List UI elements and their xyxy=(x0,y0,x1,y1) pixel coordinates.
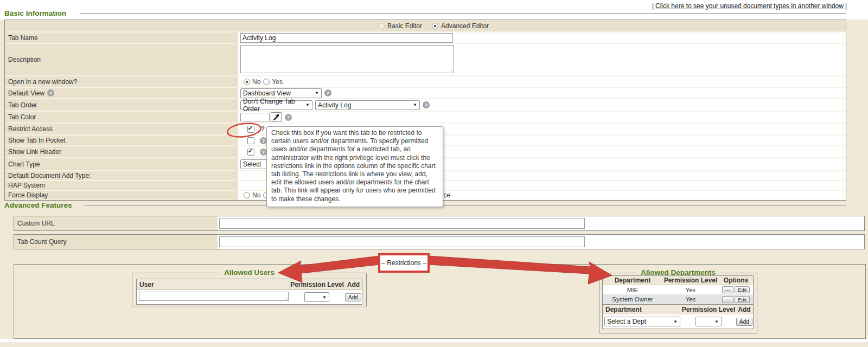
help-icon[interactable]: ? xyxy=(423,101,430,108)
tab-name-row: Tab Name xyxy=(5,33,846,43)
open-new-window-yes-radio[interactable] xyxy=(263,79,270,85)
permission-level-column-header: Permission Level xyxy=(681,306,736,313)
options-column-header: Options xyxy=(719,277,753,284)
tab-count-query-input[interactable] xyxy=(219,236,585,247)
chart-type-label: Chart Type xyxy=(8,160,40,168)
show-tab-in-pocket-label: Show Tab In Pocket xyxy=(8,137,66,144)
table-row: System Owner Yes — Edit xyxy=(603,294,753,304)
user-permission-select[interactable]: ▼ xyxy=(304,292,329,302)
dash-icon xyxy=(381,263,385,264)
force-display-no-label: No xyxy=(252,191,260,199)
allowed-users-table: User Permission Level Add ▼ Add xyxy=(136,279,362,305)
eyedropper-icon xyxy=(273,114,279,121)
default-view-select[interactable]: Dashboard View▼ xyxy=(240,88,322,98)
help-icon[interactable]: ? xyxy=(285,114,292,121)
help-icon[interactable]: ? xyxy=(324,89,331,97)
custom-url-row: Custom URL xyxy=(14,216,865,231)
help-icon[interactable]: ? xyxy=(260,126,265,133)
open-new-window-row: Open in a new window? No Yes xyxy=(5,76,846,87)
allowed-departments-table: Department Permission Level Options MIE … xyxy=(602,275,754,305)
restrictions-annotation-label: Restrictions xyxy=(387,259,421,267)
allowed-users-header-row: User Permission Level Add xyxy=(137,279,362,290)
open-new-window-no-radio[interactable] xyxy=(244,79,250,85)
add-column-header: Add xyxy=(736,306,753,313)
custom-url-input[interactable] xyxy=(219,218,585,229)
advanced-editor-label: Advanced Editor xyxy=(441,22,489,30)
tab-order-label: Tab Order xyxy=(8,101,37,109)
advanced-editor-radio[interactable] xyxy=(432,23,438,29)
basic-information-rule xyxy=(80,13,846,14)
tab-count-query-label: Tab Count Query xyxy=(17,238,67,246)
default-document-add-type-label: Default Document Add Type: xyxy=(8,172,91,179)
custom-url-label: Custom URL xyxy=(17,220,55,227)
user-input[interactable] xyxy=(139,292,289,301)
chevron-down-icon: ▼ xyxy=(673,319,678,324)
tooltip-text: Check this box if you want this tab to b… xyxy=(271,129,436,203)
edit-department-button[interactable]: Edit xyxy=(735,286,750,293)
force-display-label: Force Display xyxy=(8,191,48,199)
add-department-input-row: Select a Dept▼ ▼ Add xyxy=(603,314,753,329)
description-textarea[interactable] xyxy=(240,45,454,73)
help-icon[interactable]: ? xyxy=(47,89,54,97)
user-column-header: User xyxy=(137,281,289,288)
add-department-button[interactable]: Add xyxy=(736,318,752,326)
tab-color-label: Tab Color xyxy=(8,113,36,121)
tab-color-input[interactable] xyxy=(240,113,270,121)
remove-department-button[interactable]: — xyxy=(722,296,734,303)
department-cell: MIE xyxy=(603,287,662,293)
restrict-access-checkbox[interactable]: ✔ xyxy=(247,126,254,133)
pipe-left: | xyxy=(652,2,654,10)
open-new-window-no-label: No xyxy=(252,78,260,86)
edit-department-button[interactable]: Edit xyxy=(735,296,750,303)
restrict-access-tooltip: Check this box if you want this tab to b… xyxy=(266,126,443,207)
chevron-down-icon: ▼ xyxy=(322,295,327,300)
check-icon: ✔ xyxy=(248,147,253,155)
default-view-label: Default View xyxy=(8,89,44,97)
add-department-table: Department Permission Level Add Select a… xyxy=(602,304,754,329)
dash-icon xyxy=(423,263,426,264)
departments-header-row: Department Permission Level Options xyxy=(603,276,753,285)
pipe-right: | xyxy=(845,2,847,10)
tab-order-tab-select[interactable]: Activity Log▼ xyxy=(315,100,420,110)
show-link-header-label: Show Link Header xyxy=(8,148,61,156)
department-column-header: Department xyxy=(603,277,662,284)
color-picker-button[interactable] xyxy=(271,112,282,122)
tab-color-row: Tab Color ? xyxy=(5,112,846,123)
tab-name-input[interactable] xyxy=(240,33,453,43)
force-display-no-radio[interactable] xyxy=(244,192,250,198)
permission-cell: Yes xyxy=(662,287,719,293)
basic-information-title: Basic Information xyxy=(4,9,66,17)
show-tab-in-pocket-checkbox[interactable] xyxy=(247,137,254,144)
description-label: Description xyxy=(8,56,41,63)
hap-system-label: HAP System xyxy=(8,182,45,189)
tab-order-mode-select[interactable]: Don't Change Tab Order▼ xyxy=(240,100,312,110)
tab-order-row: Tab Order Don't Change Tab Order▼ Activi… xyxy=(5,99,846,111)
permission-level-column-header: Permission Level xyxy=(289,281,344,288)
tab-name-label: Tab Name xyxy=(8,34,38,42)
department-cell: System Owner xyxy=(603,296,662,303)
chevron-down-icon: ▼ xyxy=(413,102,417,107)
check-icon: ✔ xyxy=(248,125,253,132)
permission-level-column-header: Permission Level xyxy=(662,277,719,284)
department-column-header: Department xyxy=(603,306,681,313)
department-select[interactable]: Select a Dept▼ xyxy=(604,317,680,326)
topbar: |Click here to see your unused document … xyxy=(650,2,848,10)
open-new-window-label: Open in a new window? xyxy=(8,78,77,86)
show-link-header-checkbox[interactable]: ✔ xyxy=(247,149,254,156)
restrict-access-label: Restrict Access xyxy=(8,125,53,133)
basic-editor-label: Basic Editor xyxy=(387,22,422,30)
description-row: Description xyxy=(5,44,846,75)
table-row: MIE Yes — Edit xyxy=(603,285,753,294)
unused-document-types-link[interactable]: Click here to see your unused document t… xyxy=(655,2,844,10)
department-permission-select[interactable]: ▼ xyxy=(695,317,722,326)
editor-mode-row: Basic Editor Advanced Editor xyxy=(5,20,846,31)
tab-count-query-row: Tab Count Query xyxy=(14,234,865,249)
advanced-features-title: Advanced Features xyxy=(4,201,72,209)
advanced-features-rule xyxy=(84,205,846,205)
add-user-button[interactable]: Add xyxy=(345,293,361,301)
add-department-header-row: Department Permission Level Add xyxy=(603,305,753,314)
chevron-down-icon: ▼ xyxy=(305,102,310,107)
remove-department-button[interactable]: — xyxy=(722,286,734,293)
basic-editor-radio[interactable] xyxy=(378,23,385,29)
restrictions-annotation-box: Restrictions xyxy=(378,253,430,273)
